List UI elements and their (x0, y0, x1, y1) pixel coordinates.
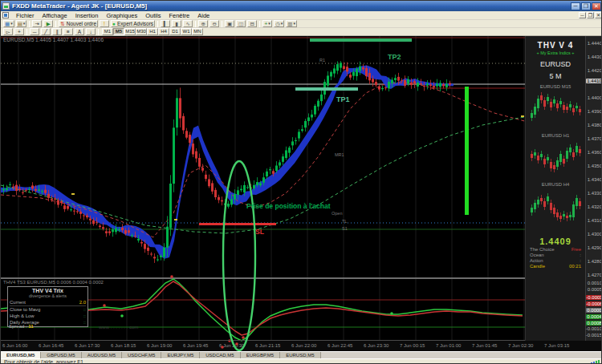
auto-scroll-button[interactable]: ▶ (43, 20, 53, 27)
menu-bar: FichierAffichageInsertionGraphiquesOutil… (1, 11, 602, 20)
chart-tab-usdchf-m5[interactable]: USDCHF,M5 (122, 352, 161, 358)
menu-item-outils[interactable]: Outils (141, 12, 165, 19)
timeframe-m30-button[interactable]: M30 (136, 28, 147, 35)
price-axis-label: 1.4350 (588, 164, 602, 168)
new-chart-button[interactable]: ▦▾ (3, 20, 14, 27)
channel-tool-button[interactable]: ∥ (52, 28, 62, 35)
window-title: FXDD MetaTrader - Agent JK - [EURUSD,M5] (12, 2, 570, 10)
price-axis-label: 1.4320 (588, 204, 602, 209)
indicator-value-box: -0.0003 (586, 295, 602, 300)
timeframe-m15-button[interactable]: M15 (124, 28, 136, 35)
sl-bar (199, 223, 276, 225)
app-icon (2, 2, 10, 10)
bar-chart-mode-button[interactable]: ▍ (161, 20, 170, 27)
panel-symbol: EURUSD (526, 60, 585, 68)
chart-tab-audusd-m5[interactable]: AUDUSD,M5 (82, 352, 122, 358)
price-axis-label: 1.4310 (588, 218, 602, 223)
price-axis-label: 1.4330 (588, 191, 602, 196)
arrow-tool-button[interactable]: ↓ (86, 28, 96, 35)
chart-tab-eurusd-m5[interactable]: EURUSD,M5 (1, 352, 41, 358)
pivot-label: R2 (319, 36, 325, 37)
cursor-tool-icon: ▻ (6, 29, 10, 34)
text-tool-button[interactable]: A (75, 28, 84, 35)
menu-item-fenêtre[interactable]: Fenêtre (165, 12, 193, 19)
cascade-windows-icon: ▣ (227, 21, 232, 26)
panel-info-row: Candle00:21 (530, 264, 581, 269)
arrow-tool-icon: ↓ (89, 29, 92, 34)
child-close-button[interactable]: ✕ (595, 12, 602, 18)
chart-tab-eurusd-m5[interactable]: EURUSD,M5 (280, 352, 320, 358)
restore-button[interactable]: ❐ (581, 2, 591, 10)
profiles-button[interactable]: ▤▾ (16, 20, 27, 27)
menu-item-affichage[interactable]: Affichage (39, 12, 71, 19)
toolbar-separator (29, 21, 30, 27)
alert-icon: ! (104, 21, 105, 26)
fibo-tool-button[interactable]: ≡ (63, 28, 73, 35)
child-minimize-button[interactable]: ─ (579, 12, 586, 18)
pivot-label: Open (332, 211, 342, 216)
expert-advisors-button[interactable]: ●Expert Advisors (111, 20, 155, 27)
price-axis: 1.44401.44301.44201.44001.43901.43801.43… (585, 36, 602, 341)
menu-item-fichier[interactable]: Fichier (12, 12, 39, 19)
chart-tab-gbpusd-m5[interactable]: GBPUSD,M5 (41, 352, 81, 358)
tile-horizontally-button[interactable]: ⊟ (247, 20, 257, 27)
main-chart[interactable]: R2R1MR1OpenTLS1TP2TP1Prise de position à… (1, 36, 585, 351)
price-axis-label: 1.4270 (588, 273, 602, 277)
trix-legend-row: Close to Mavg:: (10, 306, 86, 313)
timeframe-m1-button[interactable]: M1 (102, 28, 113, 35)
new-order-button[interactable]: ⇅Nouvel ordre (59, 20, 98, 27)
menu-item-insertion[interactable]: Insertion (71, 12, 103, 19)
minimize-button[interactable]: ─ (571, 2, 580, 10)
price-axis-label: 1.4430 (588, 55, 602, 59)
tile-windows-button[interactable]: ◫ (236, 20, 246, 27)
alert-button[interactable]: ! (100, 20, 109, 27)
timeframe-h1-button[interactable]: H1 (147, 28, 158, 35)
connection-status-icon (590, 360, 600, 364)
pivot-label: S1 (342, 226, 348, 231)
periods-icon: ◷ (275, 21, 280, 26)
menu-item-graphiques[interactable]: Graphiques (102, 12, 141, 19)
candle-mode-button[interactable]: ▮ (172, 20, 181, 27)
menu-item-aide[interactable]: Aide (193, 12, 214, 19)
fibo-tool-icon: ≡ (67, 29, 70, 34)
price-axis-label: 1.4360 (588, 150, 602, 155)
dropdown-arrow-icon: ▾ (23, 21, 26, 26)
line-mode-button[interactable]: ∿ (183, 20, 193, 27)
cascade-windows-button[interactable]: ▣ (225, 20, 234, 27)
panel-title: THV V 4 (526, 41, 585, 50)
timeframe-m5-button[interactable]: M5 (113, 28, 124, 35)
hline-tool-button[interactable]: ─ (30, 28, 39, 35)
chart-tab-eurgbp-m5[interactable]: EURGBP,M5 (241, 352, 281, 358)
timeframe-w1-button[interactable]: W1 (181, 28, 192, 35)
mini-chart (529, 138, 582, 175)
bar-chart-mode-icon: ▍ (164, 21, 168, 26)
trix-legend-subtitle: divergence & alerts (10, 293, 86, 298)
chart-shift-button[interactable]: ⇥ (32, 20, 42, 27)
mini-charts: EURUSD M15EURUSD H1EURUSD H4 (526, 84, 585, 227)
cursor-tool-button[interactable]: ▻ (3, 28, 13, 35)
zoom-in-button[interactable]: ⊕ (198, 20, 208, 27)
zoom-out-icon: ⊖ (212, 21, 216, 26)
crosshair-tool-button[interactable]: + (14, 28, 24, 35)
zoom-out-button[interactable]: ⊖ (209, 20, 219, 27)
tp2-bar (310, 38, 412, 42)
indicator-value-box: -0.0006 (586, 301, 602, 306)
periods-button[interactable]: ◷▾ (274, 20, 284, 27)
timeframe-mn-button[interactable]: MN (192, 28, 203, 35)
templates-button[interactable]: ▥▾ (286, 20, 297, 27)
status-message: Pour obtenir de l'aide, appuyez F1 (1, 359, 590, 364)
crosshair-tool-icon: + (18, 29, 21, 34)
indicators-button[interactable]: +▾ (262, 20, 272, 27)
close-button[interactable]: ✕ (592, 2, 601, 10)
mt4-window: FXDD MetaTrader - Agent JK - [EURUSD,M5]… (0, 0, 602, 364)
child-restore-button[interactable]: ❐ (587, 12, 594, 18)
trendline-tool-button[interactable]: ╱ (41, 28, 51, 35)
timeframe-d1-button[interactable]: D1 (169, 28, 181, 35)
chart-tab-eurjpy-m5[interactable]: EURJPY,M5 (161, 352, 200, 358)
timeframe-h4-button[interactable]: H4 (158, 28, 169, 35)
candle-mode-icon: ▮ (175, 21, 178, 26)
dropdown-arrow-icon: ▾ (10, 21, 13, 26)
chart-tab-usdcad-m5[interactable]: USDCAD,M5 (200, 352, 240, 358)
toolbar-separator (55, 21, 56, 27)
text-tool-icon: A (78, 29, 81, 34)
